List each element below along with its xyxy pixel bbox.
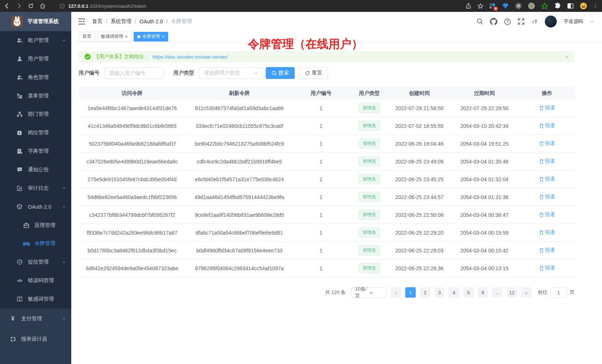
- page-button-12[interactable]: 12: [507, 287, 517, 298]
- search-button[interactable]: 搜索: [266, 67, 295, 79]
- breadcrumb-home[interactable]: 首页: [92, 18, 102, 25]
- sidebar-item-user[interactable]: 用户管理: [0, 50, 71, 68]
- app-title: 芋道管理系统: [27, 18, 59, 25]
- close-icon[interactable]: ×: [125, 34, 128, 39]
- top-navbar: 首页 / 系统管理 / OAuth 2.0 / 令牌管理 ? TT: [71, 12, 602, 31]
- user-type-badge: 管理员: [359, 210, 380, 220]
- tab-token-mgmt[interactable]: 令牌管理 ×: [134, 32, 168, 42]
- user-avatar[interactable]: [545, 16, 557, 27]
- puzzle-extensions-icon[interactable]: [554, 2, 561, 10]
- sidebar-item-notice[interactable]: 通知公告: [0, 161, 71, 179]
- close-icon[interactable]: ×: [162, 34, 164, 39]
- tab-home[interactable]: 首页: [79, 32, 95, 42]
- font-size-icon[interactable]: TT: [531, 18, 539, 25]
- sidebar-item-oauth-tokens[interactable]: ((A)) 令牌管理: [0, 234, 71, 253]
- created-cell: 2022-06-25 22:26:36: [390, 265, 449, 271]
- dot-extension-icon[interactable]: [528, 2, 535, 10]
- sidebar-item-audit-log[interactable]: 审计日志: [0, 179, 71, 198]
- force-logout-button[interactable]: 强退: [539, 176, 555, 182]
- page-size-select[interactable]: 10条/页: [351, 287, 387, 298]
- reset-button[interactable]: 重置: [299, 67, 328, 79]
- user-id-cell: 1: [293, 123, 349, 129]
- sidebar-item-errcode[interactable]: </> 错误码管理: [0, 271, 71, 290]
- table-body: 1ea5e44f8bc1467aaede43144f31de76 811c530…: [79, 99, 575, 277]
- page-button-6[interactable]: 6: [478, 287, 488, 298]
- command-extension-icon[interactable]: ⌘: [515, 2, 522, 10]
- user-id-cell: 1: [293, 212, 349, 218]
- gem-extension-icon[interactable]: [502, 2, 509, 10]
- pixel-extension-icon[interactable]: 9: [489, 2, 496, 10]
- app-logo[interactable]: 芋道管理系统: [0, 12, 71, 31]
- tab-sensitive-words[interactable]: 敏感词管理 ×: [97, 32, 131, 42]
- profile-avatar-icon[interactable]: [580, 2, 587, 10]
- created-cell: 2022-06-25 23:49:09: [390, 159, 449, 165]
- bookmark-star-icon[interactable]: [477, 3, 484, 9]
- breadcrumb-system[interactable]: 系统管理: [111, 18, 131, 25]
- prev-page-button[interactable]: ‹: [391, 287, 401, 298]
- force-logout-button[interactable]: 强退: [539, 229, 555, 236]
- search-icon[interactable]: [476, 18, 484, 25]
- page-button-5[interactable]: 5: [463, 287, 474, 298]
- green-star-extension-icon[interactable]: [541, 2, 548, 10]
- sidebar-item-payment[interactable]: ¥ 支付管理: [0, 308, 71, 329]
- page-button-2[interactable]: 2: [420, 287, 430, 298]
- expires-cell: 2054-03-04 00:13:15: [449, 265, 520, 271]
- reload-icon[interactable]: [27, 3, 34, 9]
- more-pages-button[interactable]: ...: [492, 287, 503, 298]
- page-button-1[interactable]: 1: [405, 287, 416, 298]
- next-page-button[interactable]: ›: [521, 287, 531, 298]
- force-logout-button[interactable]: 强退: [539, 105, 555, 111]
- forward-icon[interactable]: [16, 3, 22, 9]
- address-bar[interactable]: 127.0.0.1:1024/system/oauth2/token: [54, 1, 460, 11]
- access-token-cell: c342377bf8b344799dcbf7bf095287f2: [79, 212, 186, 218]
- github-icon[interactable]: [490, 18, 497, 25]
- share-icon[interactable]: [465, 3, 472, 9]
- force-logout-button[interactable]: 强退: [539, 265, 555, 271]
- access-token-cell: b0d1785bc3a8482f812db4a3f3bd15ec: [79, 248, 186, 254]
- sidebar-item-tenant[interactable]: 租户管理: [0, 31, 71, 50]
- breadcrumb-oauth[interactable]: OAuth 2.0: [140, 19, 163, 24]
- sidepanel-icon[interactable]: [567, 2, 574, 10]
- access-token-cell: 6d842e2924594de9a09e45e087323abe: [79, 265, 186, 271]
- force-logout-button[interactable]: 强退: [539, 211, 555, 218]
- sidebar-item-sensitive-words[interactable]: 敏感词管理: [0, 290, 71, 308]
- fullscreen-icon[interactable]: [517, 18, 525, 25]
- chevron-down-icon[interactable]: [590, 20, 594, 23]
- browser-toolbar: 127.0.0.1:1024/system/oauth2/token 9 ⌘ ⋮: [0, 0, 602, 12]
- force-logout-button[interactable]: 强退: [539, 122, 555, 129]
- expires-cell: 2054-03-04 00:15:42: [449, 248, 520, 254]
- force-logout-button[interactable]: 强退: [539, 193, 555, 200]
- sidebar-item-report-designer[interactable]: 报表设计器: [0, 329, 71, 349]
- sidebar-item-oauth[interactable]: OAuth 2.0: [0, 198, 71, 216]
- page-button-4[interactable]: 4: [449, 287, 459, 298]
- svg-text:?: ?: [506, 19, 508, 24]
- post-badge-icon: [16, 130, 23, 136]
- user-type-select[interactable]: 请选择用户类型: [199, 67, 262, 79]
- force-logout-button[interactable]: 强退: [539, 247, 555, 254]
- sidebar-toggle-icon[interactable]: [78, 18, 86, 25]
- doc-link[interactable]: https://doc.iocoder.cn/user-center/: [153, 54, 228, 60]
- access-token-cell: 1ea5e44f8bc1467aaede43144f31de76: [79, 105, 186, 111]
- sidebar-item-sms[interactable]: 短信管理: [0, 253, 71, 271]
- browser-menu-icon[interactable]: ⋮: [593, 3, 598, 9]
- sidebar-item-dept[interactable]: 部门管理: [0, 105, 71, 123]
- home-icon[interactable]: [39, 3, 46, 9]
- sidebar-item-menu-mgmt[interactable]: 菜单管理: [0, 87, 71, 105]
- goto-page-input[interactable]: [550, 287, 567, 298]
- red-annotation-text: 令牌管理（在线用户）: [248, 36, 363, 52]
- user-id-input[interactable]: [104, 67, 164, 79]
- sidebar-item-oauth-apps[interactable]: 应用管理: [0, 216, 71, 235]
- token-icon: ((A)): [23, 241, 29, 247]
- help-icon[interactable]: ?: [504, 18, 511, 25]
- sidebar-item-role[interactable]: 角色管理: [0, 68, 71, 87]
- force-logout-button[interactable]: 强退: [539, 158, 555, 165]
- sidebar-item-post[interactable]: 岗位管理: [0, 123, 71, 142]
- access-token-cell: 41c41346a548490f9dc8b01c6bfe0865: [79, 123, 186, 129]
- page-button-3[interactable]: 3: [434, 287, 445, 298]
- page-info-icon[interactable]: [59, 3, 65, 9]
- user-type-badge: 管理员: [359, 192, 380, 202]
- sidebar-item-dict[interactable]: 字典管理: [0, 142, 71, 161]
- alert-close-icon[interactable]: ×: [565, 54, 569, 60]
- back-icon[interactable]: [4, 3, 10, 9]
- force-logout-button[interactable]: 强退: [539, 140, 555, 147]
